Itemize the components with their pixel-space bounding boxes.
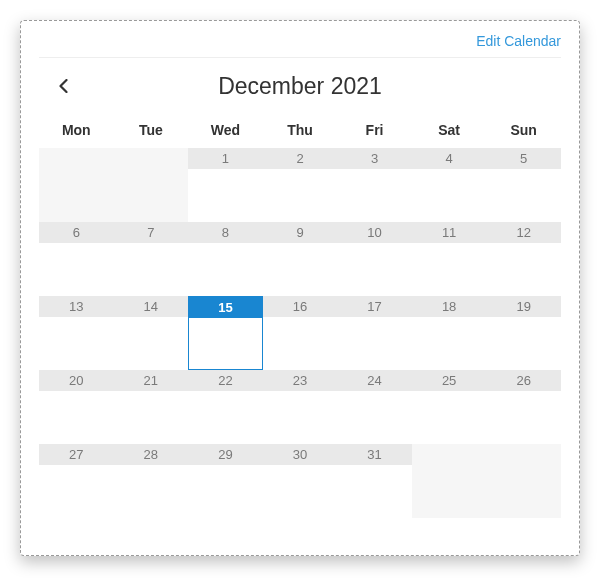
- day-number: 23: [263, 370, 338, 391]
- day-number: 19: [486, 296, 561, 317]
- day-number: 1: [188, 148, 263, 169]
- day-cell[interactable]: 26: [486, 370, 561, 444]
- month-title: December 2021: [39, 73, 561, 100]
- dow-sun: Sun: [486, 114, 561, 148]
- day-cell[interactable]: 16: [263, 296, 338, 370]
- day-cell[interactable]: 1: [188, 148, 263, 222]
- empty-cell: [39, 148, 114, 222]
- day-cell[interactable]: 6: [39, 222, 114, 296]
- day-number: 18: [412, 296, 487, 317]
- day-cell[interactable]: 25: [412, 370, 487, 444]
- day-cell[interactable]: 19: [486, 296, 561, 370]
- day-number: [114, 148, 189, 169]
- calendar-card: Edit Calendar December 2021 Mon Tue Wed …: [20, 20, 580, 556]
- day-number: 3: [337, 148, 412, 169]
- day-cell[interactable]: 5: [486, 148, 561, 222]
- day-cell[interactable]: 11: [412, 222, 487, 296]
- day-number: 17: [337, 296, 412, 317]
- day-number: 10: [337, 222, 412, 243]
- edit-calendar-link[interactable]: Edit Calendar: [476, 33, 561, 49]
- dow-tue: Tue: [114, 114, 189, 148]
- day-number: [39, 148, 114, 169]
- day-number: 9: [263, 222, 338, 243]
- day-number: 28: [114, 444, 189, 465]
- day-number: 14: [114, 296, 189, 317]
- day-cell[interactable]: 29: [188, 444, 263, 518]
- day-of-week-row: Mon Tue Wed Thu Fri Sat Sun: [39, 114, 561, 148]
- day-number: [412, 444, 487, 465]
- day-cell[interactable]: 9: [263, 222, 338, 296]
- day-cell[interactable]: 21: [114, 370, 189, 444]
- day-cell[interactable]: 7: [114, 222, 189, 296]
- day-number: 11: [412, 222, 487, 243]
- dow-wed: Wed: [188, 114, 263, 148]
- empty-cell: [412, 444, 487, 518]
- day-cell[interactable]: 13: [39, 296, 114, 370]
- day-number: [486, 444, 561, 465]
- day-number: 12: [486, 222, 561, 243]
- day-cell[interactable]: 18: [412, 296, 487, 370]
- dow-thu: Thu: [263, 114, 338, 148]
- day-number: 27: [39, 444, 114, 465]
- day-cell[interactable]: 27: [39, 444, 114, 518]
- day-cell[interactable]: 2: [263, 148, 338, 222]
- day-number: 31: [337, 444, 412, 465]
- day-number: 2: [263, 148, 338, 169]
- day-number: 8: [188, 222, 263, 243]
- day-cell[interactable]: 8: [188, 222, 263, 296]
- day-number: 16: [263, 296, 338, 317]
- empty-cell: [114, 148, 189, 222]
- day-cell[interactable]: 10: [337, 222, 412, 296]
- day-cell[interactable]: 30: [263, 444, 338, 518]
- day-number: 6: [39, 222, 114, 243]
- calendar-header: December 2021: [39, 58, 561, 114]
- dow-sat: Sat: [412, 114, 487, 148]
- day-cell[interactable]: 12: [486, 222, 561, 296]
- day-cell[interactable]: 23: [263, 370, 338, 444]
- day-cell[interactable]: 22: [188, 370, 263, 444]
- day-number: 20: [39, 370, 114, 391]
- day-number: 25: [412, 370, 487, 391]
- day-cell[interactable]: 20: [39, 370, 114, 444]
- day-number: 30: [263, 444, 338, 465]
- day-cell[interactable]: 17: [337, 296, 412, 370]
- day-cell[interactable]: 3: [337, 148, 412, 222]
- day-number: 22: [188, 370, 263, 391]
- day-cell[interactable]: 24: [337, 370, 412, 444]
- calendar-grid: 1234567891011121314151617181920212223242…: [39, 148, 561, 518]
- day-cell[interactable]: 28: [114, 444, 189, 518]
- day-number: 21: [114, 370, 189, 391]
- day-number: 26: [486, 370, 561, 391]
- day-number: 29: [188, 444, 263, 465]
- top-bar: Edit Calendar: [39, 33, 561, 58]
- dow-mon: Mon: [39, 114, 114, 148]
- day-cell[interactable]: 4: [412, 148, 487, 222]
- day-cell[interactable]: 15: [188, 296, 263, 370]
- day-number: 5: [486, 148, 561, 169]
- day-number: 24: [337, 370, 412, 391]
- day-number: 13: [39, 296, 114, 317]
- empty-cell: [486, 444, 561, 518]
- day-cell[interactable]: 14: [114, 296, 189, 370]
- day-number: 15: [189, 297, 262, 318]
- dow-fri: Fri: [337, 114, 412, 148]
- day-number: 4: [412, 148, 487, 169]
- day-cell[interactable]: 31: [337, 444, 412, 518]
- day-number: 7: [114, 222, 189, 243]
